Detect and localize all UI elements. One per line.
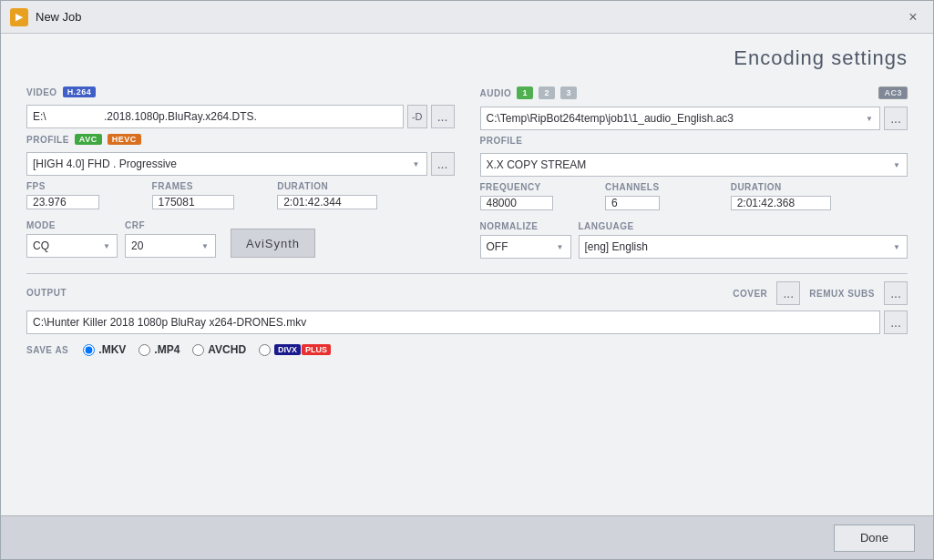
cover-label: COVER <box>733 289 767 299</box>
frames-input[interactable] <box>152 195 234 209</box>
crf-label: CRF <box>125 220 216 230</box>
video-profile-browse-button[interactable]: ... <box>431 152 455 176</box>
close-button[interactable]: × <box>902 6 924 28</box>
radio-avchd-label: AVCHD <box>208 343 246 356</box>
output-file-row: ... <box>26 311 908 334</box>
language-label: LANGUAGE <box>579 221 908 231</box>
video-duration-group: DURATION <box>277 181 454 209</box>
language-select-wrapper: [eng] English [fra] French [spa] Spanish <box>579 235 908 259</box>
footer: Done <box>1 515 933 559</box>
normalize-select[interactable]: OFF ON <box>480 235 571 259</box>
audio-tab3[interactable]: 3 <box>560 87 577 99</box>
fps-label: FPS <box>26 181 145 191</box>
crf-select-wrapper: 20 18 19 21 22 <box>125 234 216 258</box>
video-profile-select[interactable]: [HIGH 4.0] FHD . Progressive <box>26 152 427 176</box>
video-suffix: -D <box>407 105 427 128</box>
audio-stats-row: FREQUENCY CHANNELS DURATION <box>480 182 908 210</box>
frequency-label: FREQUENCY <box>480 182 599 192</box>
save-as-row: SAVE AS .MKV .MP4 AVCHD <box>26 343 908 356</box>
avsynth-button[interactable]: AviSynth <box>231 229 315 258</box>
mode-group: MODE CQ CBR VBR <box>26 220 118 258</box>
video-profile-label: PROFILE AVC HEVC <box>26 134 455 145</box>
radio-group: .MKV .MP4 AVCHD DI <box>83 343 331 356</box>
audio-file-select-wrapper: C:\Temp\RipBot264temp\job1\1_audio_Engli… <box>480 107 881 130</box>
video-duration-label: DURATION <box>277 181 454 191</box>
hevc-badge: HEVC <box>108 134 141 145</box>
audio-duration-group: DURATION <box>731 182 908 210</box>
radio-avchd-input[interactable] <box>192 344 204 356</box>
remux-browse-button[interactable]: ... <box>884 281 908 305</box>
normalize-label: NORMALIZE <box>480 221 571 231</box>
audio-tab2[interactable]: 2 <box>539 87 555 99</box>
crf-group: CRF 20 18 19 21 22 <box>125 220 216 258</box>
audio-profile-select[interactable]: X.X COPY STREAM <box>480 153 908 177</box>
fps-input[interactable] <box>26 195 99 209</box>
frequency-input[interactable] <box>480 196 553 210</box>
mode-label: MODE <box>26 220 118 230</box>
avc-badge: AVC <box>75 134 102 145</box>
radio-divx[interactable]: DIVXPLUS <box>259 344 331 356</box>
frames-label: FRAMES <box>152 181 271 191</box>
video-duration-input[interactable] <box>277 195 377 209</box>
audio-duration-input[interactable] <box>731 196 831 210</box>
content-area: Encoding settings VIDEO H.264 -D ... <box>1 34 933 515</box>
video-profile-select-wrapper: [HIGH 4.0] FHD . Progressive <box>26 152 427 176</box>
normalize-select-wrapper: OFF ON <box>480 235 571 259</box>
mode-crf-row: MODE CQ CBR VBR CRF <box>26 220 455 258</box>
remux-label: REMUX SUBS <box>809 289 875 299</box>
video-stats-row: FPS FRAMES DURATION <box>26 181 455 209</box>
encoding-header: Encoding settings <box>1 34 933 79</box>
output-label: OUTPUT <box>26 288 67 298</box>
radio-mkv[interactable]: .MKV <box>83 343 126 356</box>
done-button[interactable]: Done <box>834 524 915 552</box>
radio-avchd[interactable]: AVCHD <box>192 343 246 356</box>
divx-badge: DIVX <box>274 344 301 355</box>
audio-file-select[interactable]: C:\Temp\RipBot264temp\job1\1_audio_Engli… <box>480 107 881 130</box>
frames-group: FRAMES <box>152 181 271 209</box>
cover-remux-area: COVER ... REMUX SUBS ... <box>733 281 908 305</box>
video-label: VIDEO H.264 <box>26 87 455 97</box>
window-title: New Job <box>36 10 82 24</box>
radio-mp4-input[interactable] <box>139 344 150 356</box>
normalize-group: NORMALIZE OFF ON <box>480 221 571 259</box>
audio-profile-label: PROFILE <box>480 136 908 146</box>
plus-badge: PLUS <box>302 344 331 355</box>
video-browse-button[interactable]: ... <box>431 105 455 128</box>
divider <box>26 273 908 274</box>
output-section: OUTPUT COVER ... REMUX SUBS ... ... SAVE… <box>26 281 908 356</box>
title-bar-left: ▶ New Job <box>10 8 82 26</box>
mode-select-wrapper: CQ CBR VBR <box>26 234 118 258</box>
cover-browse-button[interactable]: ... <box>776 281 800 305</box>
radio-mkv-input[interactable] <box>83 344 95 356</box>
audio-browse-button[interactable]: ... <box>884 107 908 130</box>
radio-mp4-label: .MP4 <box>154 343 180 356</box>
channels-input[interactable] <box>605 196 660 210</box>
output-browse-button[interactable]: ... <box>884 311 908 334</box>
title-bar: ▶ New Job × <box>1 1 933 34</box>
section-labels-row: VIDEO H.264 -D ... PROFILE AVC HEVC <box>26 87 908 259</box>
avsynth-wrapper: AviSynth <box>223 229 315 258</box>
audio-profile-row: X.X COPY STREAM <box>480 153 908 177</box>
crf-select[interactable]: 20 18 19 21 22 <box>125 234 216 258</box>
radio-divx-input[interactable] <box>259 344 271 356</box>
mode-select[interactable]: CQ CBR VBR <box>26 234 118 258</box>
channels-label: CHANNELS <box>605 182 724 192</box>
normalize-language-row: NORMALIZE OFF ON LANGUAGE <box>480 221 908 259</box>
output-header-row: OUTPUT COVER ... REMUX SUBS ... <box>26 281 908 305</box>
video-file-row: -D ... <box>26 105 455 128</box>
radio-mp4[interactable]: .MP4 <box>139 343 180 356</box>
app-icon: ▶ <box>10 8 28 26</box>
channels-group: CHANNELS <box>605 182 724 210</box>
language-group: LANGUAGE [eng] English [fra] French [spa… <box>579 221 908 259</box>
audio-tab1[interactable]: 1 <box>517 87 533 99</box>
audio-section: AUDIO 1 2 3 AC3 C:\Temp\RipBot264temp\jo… <box>480 87 908 259</box>
main-window: ▶ New Job × Encoding settings VIDEO H.26… <box>0 0 934 560</box>
output-file-input[interactable] <box>26 311 880 334</box>
frequency-group: FREQUENCY <box>480 182 599 210</box>
radio-mkv-label: .MKV <box>98 343 126 356</box>
save-as-label: SAVE AS <box>26 345 68 355</box>
video-file-input[interactable] <box>26 105 404 128</box>
audio-duration-label: DURATION <box>731 182 908 192</box>
video-profile-row: [HIGH 4.0] FHD . Progressive ... <box>26 152 455 176</box>
language-select[interactable]: [eng] English [fra] French [spa] Spanish <box>579 235 908 259</box>
